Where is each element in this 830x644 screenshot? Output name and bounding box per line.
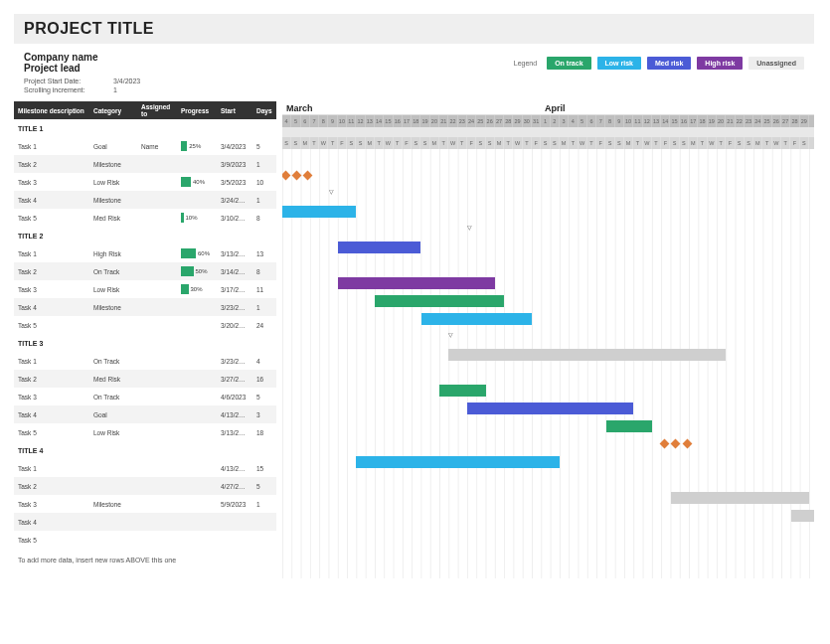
cell <box>252 538 276 542</box>
cell: 8 <box>252 266 276 277</box>
gantt-row: ▽ <box>282 185 814 203</box>
table-row[interactable]: Task 14/13/202315 <box>14 459 276 477</box>
dow: W <box>579 137 587 149</box>
gantt-row <box>282 203 814 221</box>
cell: 4/6/2023 <box>217 392 252 402</box>
progress-text: 25% <box>189 143 201 149</box>
table-row[interactable]: Task 4 <box>14 513 276 531</box>
table-row[interactable]: Task 4Goal4/13/20233 <box>14 405 276 423</box>
legend-label: Legend <box>514 60 537 67</box>
gantt-bar[interactable] <box>421 313 533 325</box>
cell: Task 2 <box>14 266 89 277</box>
table-row[interactable]: Task 53/20/202324 <box>14 316 276 334</box>
cell <box>137 484 177 488</box>
day-num: 16 <box>394 115 403 127</box>
progress-cell <box>177 430 217 434</box>
table-row[interactable]: Task 3Low Risk40%3/5/202310 <box>14 173 276 191</box>
gantt-bar[interactable] <box>439 385 486 397</box>
day-num: 27 <box>781 115 790 127</box>
day-num: 25 <box>762 115 771 127</box>
cell: Goal <box>89 409 137 420</box>
progress-text: 30% <box>191 286 203 292</box>
col-days: Days <box>252 105 276 116</box>
progress-text: 40% <box>193 179 205 185</box>
gantt-row <box>282 525 814 543</box>
day-num: 28 <box>504 115 513 127</box>
dow: F <box>790 137 799 149</box>
gantt-row <box>282 149 814 167</box>
milestone-icon: ▽ <box>448 331 453 338</box>
cell: 3/23/2023 <box>217 356 252 367</box>
gantt-bar[interactable] <box>791 510 815 522</box>
goal-diamond-icon <box>282 171 290 181</box>
table-row[interactable]: Task 2On Track50%3/14/20238 <box>14 262 276 280</box>
cell <box>137 162 177 166</box>
table-row[interactable]: Task 5Low Risk3/13/202318 <box>14 423 276 441</box>
dow: T <box>458 137 467 149</box>
col-progress: Progress <box>177 105 217 116</box>
table-row[interactable]: Task 3Low Risk30%3/17/202311 <box>14 280 276 298</box>
gantt-bar[interactable] <box>448 349 726 361</box>
progress-cell: 60% <box>177 246 217 260</box>
day-num: 21 <box>439 115 448 127</box>
gantt-bar[interactable] <box>356 456 560 468</box>
day-num: 11 <box>633 115 642 127</box>
table-row[interactable]: Task 5 <box>14 531 276 549</box>
cell: Milestone <box>89 499 137 510</box>
progress-cell <box>177 538 217 542</box>
cell <box>137 216 177 220</box>
gantt-bar[interactable] <box>282 206 356 218</box>
gantt-row <box>282 274 814 292</box>
day-num: 31 <box>532 115 541 127</box>
cell: 1 <box>252 499 276 510</box>
day-num: 11 <box>347 115 356 127</box>
table-row[interactable]: Task 1GoalName25%3/4/20235 <box>14 137 276 155</box>
page-title: PROJECT TITLE <box>14 14 814 44</box>
dow: T <box>762 137 771 149</box>
cell: High Risk <box>89 248 137 259</box>
gantt-bar[interactable] <box>375 295 504 307</box>
gantt-row: ▽ <box>282 328 814 346</box>
day-num: 4 <box>569 115 578 127</box>
gantt-bar[interactable] <box>338 242 421 253</box>
cell <box>89 323 137 327</box>
cell <box>217 520 252 524</box>
section-title: TITLE 4 <box>14 445 276 456</box>
gantt-template: PROJECT TITLE Company name Project lead … <box>14 14 814 578</box>
gantt-bar[interactable] <box>606 420 653 432</box>
day-of-week: SSMTWTFSSMTWTFSSMTWTFSSMTWTFSSMTWTFSSMTW… <box>282 137 814 149</box>
table-row[interactable]: Task 2Milestone3/9/20231 <box>14 155 276 173</box>
table-row[interactable]: Task 3On Track4/6/20235 <box>14 388 276 405</box>
table-row[interactable]: Task 24/27/20235 <box>14 477 276 495</box>
table-row[interactable]: Task 3Milestone5/9/20231 <box>14 495 276 513</box>
start-date-label: Project Start Date: <box>24 78 113 84</box>
day-num: 12 <box>643 115 652 127</box>
cell: Low Risk <box>89 284 137 295</box>
cell: 3/9/2023 <box>217 159 252 170</box>
table-row[interactable]: Task 2Med Risk3/27/202316 <box>14 370 276 388</box>
progress-cell <box>177 502 217 506</box>
table-row[interactable]: Task 1High Risk60%3/13/202313 <box>14 244 276 262</box>
progress-cell <box>177 377 217 381</box>
goal-diamond-icon <box>682 439 692 449</box>
gantt-row <box>282 400 814 417</box>
legend-lowrisk: Low risk <box>597 57 641 70</box>
day-num: 17 <box>403 115 412 127</box>
table-row[interactable]: Task 4Milestone3/24/20231 <box>14 191 276 209</box>
table-row[interactable]: Task 1On Track3/23/20234 <box>14 352 276 370</box>
table-row[interactable]: Task 5Med Risk10%3/10/20238 <box>14 209 276 227</box>
cell: 4/13/2023 <box>217 409 252 420</box>
cell: 3/10/2023 <box>217 213 252 224</box>
day-num: 26 <box>486 115 495 127</box>
gantt-bar[interactable] <box>671 492 810 504</box>
day-num: 22 <box>448 115 457 127</box>
goal-diamond-icon <box>660 439 670 449</box>
table-row[interactable]: Task 4Milestone3/23/20231 <box>14 298 276 316</box>
cell: 24 <box>252 320 276 331</box>
cell: Task 2 <box>14 374 89 385</box>
progress-cell <box>177 323 217 327</box>
gantt-bar[interactable] <box>338 277 495 289</box>
dow: F <box>726 137 735 149</box>
gantt-bar[interactable] <box>467 402 633 414</box>
dow: T <box>375 137 384 149</box>
